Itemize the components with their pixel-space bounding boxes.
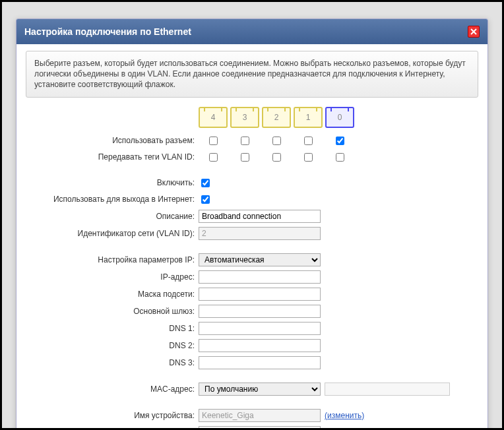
vlan-tag-3[interactable] [241, 153, 249, 162]
titlebar: Настройка подключения по Ethernet [16, 19, 488, 44]
dialog-window: Настройка подключения по Ethernet Выбери… [16, 18, 488, 430]
port-4[interactable]: 4 [199, 107, 228, 128]
dns3-input[interactable] [199, 356, 321, 369]
info-box: Выберите разъем, который будет использов… [26, 51, 478, 98]
use-port-2[interactable] [272, 137, 281, 145]
ip-config-select[interactable]: Автоматическая [199, 253, 321, 266]
use-port-0[interactable] [336, 137, 344, 145]
vlan-id-input [199, 227, 321, 240]
label-description: Описание: [26, 212, 199, 221]
port-3[interactable]: 3 [230, 107, 259, 128]
use-port-checkboxes [199, 135, 354, 147]
enable-checkbox[interactable] [201, 179, 210, 187]
ip-address-input[interactable] [199, 270, 321, 284]
dns1-input[interactable] [199, 322, 321, 335]
mac-value-display [325, 383, 450, 396]
use-port-4[interactable] [209, 137, 218, 145]
label-subnet: Маска подсети: [26, 290, 199, 299]
label-use-internet: Использовать для выхода в Интернет: [26, 195, 199, 204]
use-port-3[interactable] [241, 137, 249, 145]
close-button[interactable] [468, 26, 480, 38]
close-icon [470, 28, 477, 35]
label-ip-config: Настройка параметров IP: [26, 255, 199, 264]
use-port-1[interactable] [304, 137, 313, 145]
vlan-tag-2[interactable] [272, 153, 281, 162]
dns2-input[interactable] [199, 339, 321, 352]
label-enable: Включить: [26, 178, 199, 187]
ports-row: 4 3 2 1 0 [199, 107, 354, 128]
mac-select[interactable]: По умолчанию [199, 383, 321, 396]
label-gateway: Основной шлюз: [26, 307, 199, 316]
port-1[interactable]: 1 [294, 107, 323, 128]
label-dns2: DNS 2: [26, 341, 199, 350]
window-title: Настройка подключения по Ethernet [24, 26, 191, 37]
subnet-input[interactable] [199, 288, 321, 301]
label-dns1: DNS 1: [26, 324, 199, 333]
vlan-tag-1[interactable] [304, 153, 313, 162]
description-input[interactable] [199, 210, 321, 223]
dialog-body: Выберите разъем, который будет использов… [16, 44, 488, 430]
label-vlan-id: Идентификатор сети (VLAN ID): [26, 229, 199, 238]
vlan-tag-4[interactable] [209, 153, 218, 162]
change-device-name-link[interactable]: (изменить) [325, 411, 364, 420]
label-use-port: Использовать разъем: [26, 136, 199, 145]
port-2[interactable]: 2 [262, 107, 291, 128]
label-ip-address: IP-адрес: [26, 272, 199, 282]
port-0[interactable]: 0 [325, 107, 354, 128]
device-name-input [199, 409, 321, 422]
label-device-name: Имя устройства: [26, 411, 199, 420]
use-internet-checkbox[interactable] [201, 195, 210, 204]
label-vlan-tags: Передавать теги VLAN ID: [26, 152, 199, 162]
label-dns3: DNS 3: [26, 358, 199, 367]
vlan-tag-checkboxes [199, 151, 354, 164]
gateway-input[interactable] [199, 305, 321, 318]
label-mac: MAC-адрес: [26, 384, 199, 394]
vlan-tag-0[interactable] [336, 153, 344, 162]
